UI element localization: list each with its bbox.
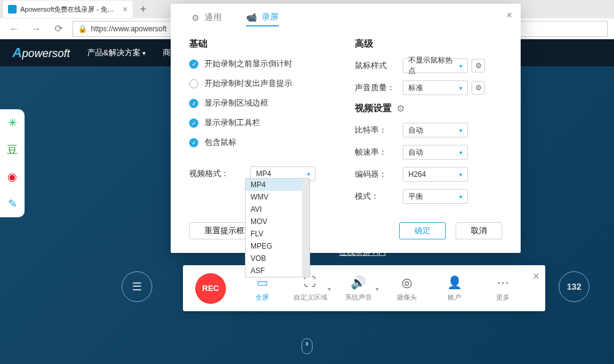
settings-right-column: 高级 鼠标样式不显示鼠标热点▾⚙ 声音质量：标准▾⚙ 视频设置⚙ 比特率：自动▾… — [355, 38, 502, 211]
feedback-icon[interactable]: ✎ — [5, 196, 20, 211]
format-option[interactable]: WMV — [246, 191, 309, 203]
toolbar-custom-region[interactable]: ⛶自定义区域▾ — [286, 275, 334, 302]
nav-products[interactable]: 产品&解决方案▾ — [87, 47, 146, 58]
cancel-button[interactable]: 取消 — [456, 222, 502, 239]
url-text: https://www.apowersoft — [91, 25, 166, 33]
format-option[interactable]: AVI — [246, 203, 309, 215]
label-mouse-style: 鼠标样式 — [355, 60, 403, 71]
speaker-icon: 🔊 — [351, 275, 366, 290]
chevron-down-icon: ▾ — [328, 286, 331, 292]
label-mode: 模式： — [355, 191, 403, 202]
more-icon: ⋯ — [497, 275, 509, 290]
douban-icon[interactable]: 豆 — [5, 142, 20, 157]
tab-general[interactable]: ⚙通用 — [192, 12, 222, 26]
format-dropdown-list[interactable]: MP4 WMV AVI MOV FLV MPEG VOB ASF — [245, 178, 310, 277]
dialog-footer: 重置提示框 确定 取消 — [183, 222, 508, 239]
opt-mouse[interactable]: ✓包含鼠标 — [189, 137, 336, 148]
side-info-icon[interactable]: ☰ — [122, 271, 152, 302]
label-sound-quality: 声音质量： — [355, 82, 403, 93]
checkbox-on-icon: ✓ — [189, 118, 198, 128]
select-encoder[interactable]: H264▾ — [403, 167, 468, 182]
chevron-down-icon: ▾ — [142, 50, 146, 56]
scroll-indicator-icon — [301, 338, 313, 354]
logo[interactable]: Apowersoft — [12, 45, 70, 61]
label-bitrate: 比特率： — [355, 125, 403, 136]
opt-countdown[interactable]: ✓开始录制之前显示倒计时 — [189, 58, 336, 69]
new-tab-button[interactable]: + — [140, 3, 147, 16]
record-button[interactable]: REC — [195, 273, 226, 304]
format-option[interactable]: MOV — [246, 215, 309, 228]
chevron-down-icon: ▾ — [459, 193, 462, 200]
browser-tab[interactable]: Apowersoft免费在线录屏 - 免… × — [3, 1, 133, 18]
ok-button[interactable]: 确定 — [399, 222, 446, 239]
toolbar-close-button[interactable]: × — [527, 270, 545, 283]
gear-icon: ⚙ — [192, 13, 200, 23]
label-fps: 帧速率： — [355, 147, 403, 158]
opt-sound-tip[interactable]: 开始录制时发出声音提示 — [189, 78, 336, 89]
select-mode[interactable]: 平衡▾ — [403, 189, 468, 204]
toolbar-account[interactable]: 👤账户 — [430, 275, 478, 302]
back-button[interactable]: ← — [6, 21, 22, 37]
toolbar-fullscreen[interactable]: ▭全屏 — [238, 275, 286, 302]
checkbox-on-icon: ✓ — [189, 60, 198, 69]
user-icon: 👤 — [447, 275, 462, 290]
opt-toolbar[interactable]: ✓显示录制工具栏 — [189, 117, 336, 128]
tab-title: Apowersoft免费在线录屏 - 免… — [20, 5, 114, 14]
toolbar-audio[interactable]: 🔊系统声音▾ — [335, 275, 383, 302]
format-option[interactable]: FLV — [246, 228, 309, 240]
section-basic: 基础 — [189, 38, 336, 50]
wechat-icon[interactable]: ✳ — [5, 115, 20, 130]
favicon-icon — [8, 5, 17, 14]
comments-badge[interactable]: 132 — [559, 271, 589, 302]
dialog-tabs: ⚙通用 📹录屏 — [183, 4, 508, 34]
logo-rest: powersoft — [22, 47, 70, 60]
format-option[interactable]: VOB — [246, 252, 309, 265]
chevron-down-icon: ▾ — [459, 127, 462, 134]
select-sound-quality[interactable]: 标准▾ — [403, 80, 468, 95]
label-video-format: 视频格式： — [189, 168, 251, 179]
forward-button[interactable]: → — [28, 21, 44, 37]
checkbox-on-icon: ✓ — [189, 138, 198, 147]
tab-close-icon[interactable]: × — [123, 4, 128, 14]
toolbar-camera[interactable]: ◎摄像头 — [383, 275, 430, 302]
label-encoder: 编码器： — [355, 169, 403, 180]
dialog-close-button[interactable]: × — [507, 10, 512, 21]
tab-record[interactable]: 📹录屏 — [246, 12, 279, 26]
camera-off-icon: ◎ — [402, 275, 412, 290]
chevron-down-icon: ▾ — [307, 171, 310, 177]
format-option[interactable]: MP4 — [246, 179, 309, 191]
chevron-down-icon: ▾ — [459, 149, 462, 156]
recorder-toolbar: REC ▭全屏 ⛶自定义区域▾ 🔊系统声音▾ ◎摄像头 👤账户 ⋯更多 × — [183, 265, 545, 311]
chevron-down-icon: ▾ — [459, 63, 462, 69]
logo-a: A — [12, 45, 22, 60]
weibo-icon[interactable]: ◉ — [5, 169, 20, 184]
radio-off-icon — [189, 79, 198, 88]
select-mouse-style[interactable]: 不显示鼠标热点▾ — [403, 58, 468, 73]
gear-icon: ⚙ — [397, 103, 405, 114]
select-fps[interactable]: 自动▾ — [403, 145, 468, 160]
lock-icon: 🔒 — [78, 25, 87, 33]
settings-dialog: × ⚙通用 📹录屏 基础 ✓开始录制之前显示倒计时 开始录制时发出声音提示 ✓显… — [171, 4, 521, 253]
reload-button[interactable]: ⟳ — [50, 21, 66, 37]
checkbox-on-icon: ✓ — [189, 99, 198, 108]
chevron-down-icon: ▾ — [459, 171, 462, 178]
chevron-down-icon: ▾ — [459, 85, 462, 91]
opt-border[interactable]: ✓显示录制区域边框 — [189, 98, 336, 109]
chevron-down-icon: ▾ — [376, 286, 379, 292]
camera-icon: 📹 — [246, 12, 257, 22]
format-option[interactable]: MPEG — [246, 240, 309, 252]
select-bitrate[interactable]: 自动▾ — [403, 123, 468, 137]
toolbar-more[interactable]: ⋯更多 — [479, 275, 527, 302]
format-option[interactable]: ASF — [246, 265, 309, 277]
social-sidebar: ✳ 豆 ◉ ✎ — [0, 109, 25, 217]
section-advanced: 高级 — [355, 38, 502, 50]
gear-button[interactable]: ⚙ — [472, 59, 485, 72]
gear-button[interactable]: ⚙ — [472, 81, 485, 95]
section-video-settings: 视频设置⚙ — [355, 103, 502, 114]
